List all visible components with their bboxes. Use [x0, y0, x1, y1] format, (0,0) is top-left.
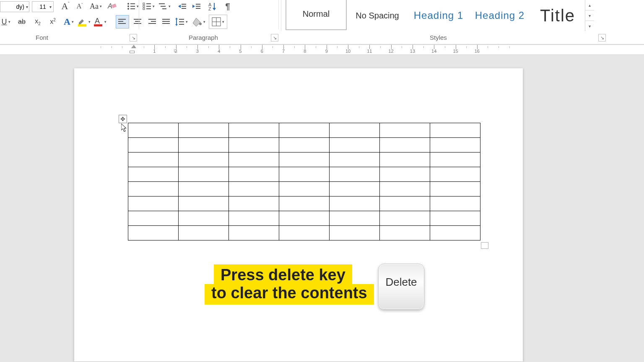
table-cell[interactable] — [380, 123, 430, 138]
table-cell[interactable] — [128, 211, 179, 226]
font-color-button[interactable]: A ▾ — [93, 16, 106, 28]
table-cell[interactable] — [380, 153, 430, 167]
table-cell[interactable] — [380, 211, 430, 226]
table-cell[interactable] — [430, 167, 480, 182]
table-cell[interactable] — [430, 153, 480, 167]
show-hide-marks-button[interactable]: ¶ — [222, 0, 234, 12]
table-row[interactable] — [128, 153, 480, 167]
table-cell[interactable] — [279, 123, 330, 138]
table-cell[interactable] — [179, 211, 229, 226]
justify-button[interactable] — [160, 16, 172, 28]
font-size-combo[interactable]: 11 ▾ — [32, 1, 54, 12]
table-cell[interactable] — [279, 167, 330, 182]
font-dialog-launcher[interactable]: ↘ — [130, 34, 137, 41]
table-cell[interactable] — [179, 226, 229, 240]
sort-button[interactable]: A Z — [207, 0, 218, 12]
decrease-indent-button[interactable] — [177, 0, 188, 12]
table-move-handle[interactable]: ✥ — [119, 115, 127, 123]
document-table[interactable] — [128, 123, 480, 240]
strikethrough-button[interactable]: ab — [16, 16, 28, 28]
table-cell[interactable] — [229, 138, 279, 153]
table-cell[interactable] — [430, 226, 480, 240]
table-cell[interactable] — [229, 123, 279, 138]
table-cell[interactable] — [330, 123, 380, 138]
table-cell[interactable] — [128, 123, 179, 138]
table-row[interactable] — [128, 226, 480, 240]
left-indent-marker[interactable] — [130, 51, 135, 53]
clear-formatting-button[interactable]: A — [106, 0, 118, 12]
table-cell[interactable] — [380, 226, 430, 240]
table-cell[interactable] — [330, 182, 380, 197]
table-cell[interactable] — [128, 153, 179, 167]
table-row[interactable] — [128, 211, 480, 226]
table-cell[interactable] — [279, 197, 330, 211]
table-cell[interactable] — [229, 153, 279, 167]
table-cell[interactable] — [330, 167, 380, 182]
table-cell[interactable] — [330, 226, 380, 240]
underline-button[interactable]: U ▾ — [0, 16, 12, 28]
table-cell[interactable] — [128, 167, 179, 182]
table-resize-handle[interactable] — [481, 242, 488, 249]
table-cell[interactable] — [330, 211, 380, 226]
table-cell[interactable] — [128, 197, 179, 211]
line-spacing-button[interactable]: ▾ — [175, 16, 188, 28]
table-cell[interactable] — [229, 226, 279, 240]
numbering-button[interactable]: ▾ — [143, 0, 155, 12]
table-cell[interactable] — [330, 138, 380, 153]
table-cell[interactable] — [229, 197, 279, 211]
table-cell[interactable] — [380, 197, 430, 211]
table-cell[interactable] — [279, 226, 330, 240]
horizontal-ruler[interactable]: ∟ // minor ticks rendered later 12345678… — [0, 45, 644, 55]
multilevel-list-button[interactable]: ▾ — [159, 0, 171, 12]
styles-dialog-launcher[interactable]: ↘ — [598, 34, 606, 41]
highlight-button[interactable]: ▾ — [77, 16, 91, 28]
table-cell[interactable] — [430, 197, 480, 211]
text-effects-button[interactable]: A ▾ — [63, 16, 75, 28]
align-left-button[interactable] — [116, 15, 129, 28]
gallery-up-button[interactable]: ▴ — [585, 0, 594, 10]
table-cell[interactable] — [179, 167, 229, 182]
table-cell[interactable] — [229, 211, 279, 226]
table-cell[interactable] — [430, 138, 480, 153]
table-cell[interactable] — [128, 226, 179, 240]
table-row[interactable] — [128, 182, 480, 197]
table-cell[interactable] — [179, 182, 229, 197]
table-cell[interactable] — [128, 182, 179, 197]
subscript-button[interactable]: x2 — [32, 16, 44, 28]
table-cell[interactable] — [229, 167, 279, 182]
table-cell[interactable] — [179, 197, 229, 211]
shrink-font-button[interactable]: A ˇ — [74, 0, 86, 12]
align-right-button[interactable] — [146, 16, 158, 28]
document-page[interactable]: ✥ Press delete key to clear the contents… — [74, 68, 523, 362]
table-cell[interactable] — [179, 153, 229, 167]
align-center-button[interactable] — [132, 16, 143, 28]
table-cell[interactable] — [380, 167, 430, 182]
borders-button[interactable]: ▾ — [209, 15, 227, 29]
first-line-indent-marker[interactable] — [131, 45, 136, 48]
table-cell[interactable] — [380, 138, 430, 153]
font-name-combo[interactable]: dy) ▾ — [0, 1, 29, 12]
table-cell[interactable] — [330, 197, 380, 211]
table-cell[interactable] — [430, 182, 480, 197]
table-row[interactable] — [128, 123, 480, 138]
table-cell[interactable] — [229, 182, 279, 197]
shading-button[interactable]: ▾ — [193, 16, 205, 28]
increase-indent-button[interactable] — [191, 0, 203, 12]
table-cell[interactable] — [430, 211, 480, 226]
paragraph-dialog-launcher[interactable]: ↘ — [271, 34, 278, 41]
table-cell[interactable] — [279, 211, 330, 226]
table-row[interactable] — [128, 197, 480, 211]
table-cell[interactable] — [179, 123, 229, 138]
superscript-button[interactable]: x2 — [47, 16, 59, 28]
table-row[interactable] — [128, 167, 480, 182]
table-cell[interactable] — [430, 123, 480, 138]
table-cell[interactable] — [279, 182, 330, 197]
table-cell[interactable] — [330, 153, 380, 167]
table-cell[interactable] — [279, 153, 330, 167]
table-cell[interactable] — [128, 138, 179, 153]
bullets-button[interactable]: ▾ — [127, 0, 139, 12]
table-cell[interactable] — [380, 182, 430, 197]
table-cell[interactable] — [179, 138, 229, 153]
change-case-button[interactable]: Aa ▾ — [90, 0, 102, 12]
table-row[interactable] — [128, 138, 480, 153]
